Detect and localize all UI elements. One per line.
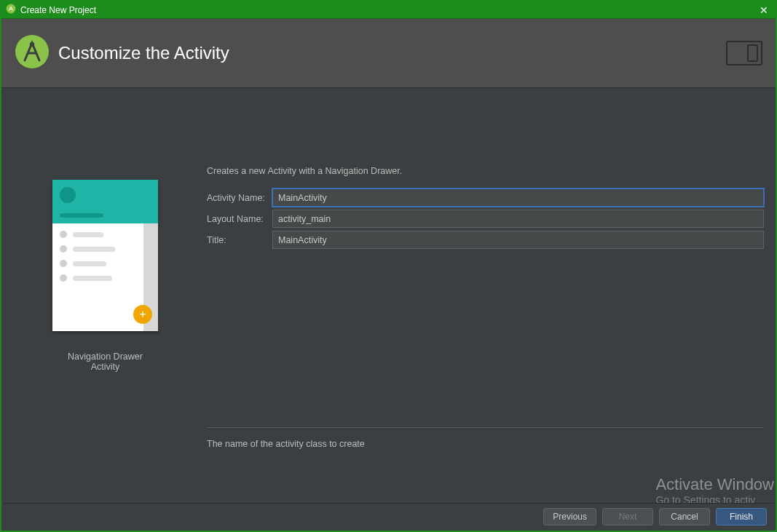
title-field[interactable] bbox=[272, 231, 764, 249]
template-preview: + Navigation Drawer Activity bbox=[52, 180, 158, 372]
field-hint: The name of the activity class to create bbox=[207, 439, 365, 449]
window-title: Create New Project bbox=[20, 5, 96, 15]
close-icon[interactable]: ✕ bbox=[757, 4, 771, 16]
device-preview-icon bbox=[726, 40, 762, 66]
page-title: Customize the Activity bbox=[58, 43, 229, 63]
activity-name-label: Activity Name: bbox=[207, 193, 272, 203]
finish-button[interactable]: Finish bbox=[716, 508, 767, 525]
template-name: Navigation Drawer Activity bbox=[52, 352, 158, 372]
layout-name-label: Layout Name: bbox=[207, 214, 272, 224]
android-studio-icon bbox=[6, 4, 16, 16]
section-divider bbox=[207, 427, 764, 428]
svg-rect-4 bbox=[748, 45, 757, 61]
activity-description: Creates a new Activity with a Navigation… bbox=[207, 166, 402, 176]
wizard-content: Creates a new Activity with a Navigation… bbox=[3, 90, 774, 501]
svg-point-2 bbox=[30, 42, 34, 47]
cancel-button[interactable]: Cancel bbox=[659, 508, 710, 525]
android-studio-logo-icon bbox=[15, 34, 50, 72]
svg-point-0 bbox=[7, 4, 16, 14]
title-label: Title: bbox=[207, 235, 272, 245]
next-button[interactable]: Next bbox=[602, 508, 653, 525]
window-titlebar: Create New Project ✕ bbox=[1, 1, 776, 19]
previous-button[interactable]: Previous bbox=[543, 508, 596, 525]
windows-activation-watermark: Activate Window Go to Settings to activ bbox=[655, 475, 774, 506]
activity-form: Activity Name: Layout Name: Title: bbox=[207, 188, 764, 252]
svg-point-1 bbox=[15, 35, 49, 68]
wizard-footer: Previous Next Cancel Finish bbox=[3, 503, 774, 529]
wizard-header: Customize the Activity bbox=[1, 19, 776, 88]
activity-name-field[interactable] bbox=[272, 188, 764, 207]
layout-name-field[interactable] bbox=[272, 210, 764, 228]
template-preview-image: + bbox=[52, 180, 158, 331]
